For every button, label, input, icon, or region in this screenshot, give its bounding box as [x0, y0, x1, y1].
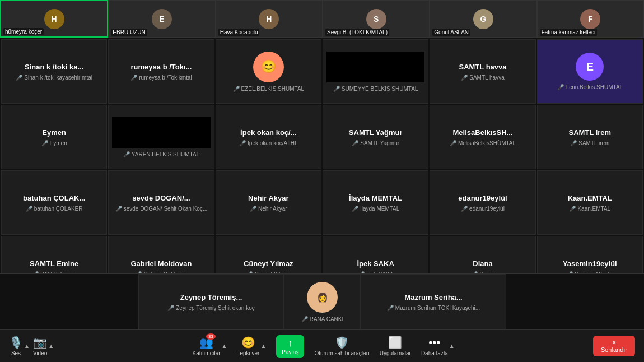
- apps-icon: ⬜: [388, 336, 402, 349]
- tile-melisa[interactable]: MelisaBelkısSH... 🎤MelisaBelkısSHÜMTAL: [430, 105, 535, 169]
- video-label-gonul: Gönül ASLAN: [432, 29, 470, 36]
- mic-off-icon: 🎤: [250, 206, 256, 212]
- participants-label: Katılımcılar: [193, 350, 221, 356]
- video-label-humeyra: hümeyra koçer: [3, 28, 44, 35]
- tile-ipek-okan[interactable]: İpek okan koç/... 🎤İpek okan koç/AIİHL: [216, 105, 321, 169]
- tile-sinan[interactable]: Sinan k /toki ka... 🎤Sinan k /toki kayas…: [1, 39, 107, 104]
- mic-off-icon: 🎤: [570, 140, 577, 146]
- apps-button[interactable]: ⬜ Uygulamalar: [380, 336, 411, 356]
- mic-button[interactable]: 🎙️ Ses: [9, 336, 23, 356]
- video-tile-ebru[interactable]: E EBRU UZUN: [108, 0, 215, 38]
- toolbar-right: ✕ Sonlandır: [593, 336, 635, 356]
- mic-off-icon: 🎤: [352, 206, 358, 212]
- participants-caret[interactable]: ▲: [222, 343, 227, 349]
- mic-off-icon: 🎤: [123, 151, 130, 157]
- tile-rana[interactable]: 👩 🎤RANA CANKI: [284, 274, 361, 329]
- tile-batuhan[interactable]: batuhan ÇOLAK... 🎤batuhan ÇOLAKER: [1, 170, 107, 235]
- video-tile-humeyra[interactable]: H hümeyra koçer: [0, 0, 108, 38]
- video-tile-sevgi[interactable]: S Sevgi B. (TOKI K/MTAL): [323, 0, 430, 38]
- mic-off-icon: 🎤: [461, 75, 468, 81]
- mic-off-icon: 🎤: [461, 206, 468, 212]
- tile-zeynep[interactable]: Zeynep Töremiş... 🎤Zeynep Töremiş Şehit …: [138, 274, 284, 329]
- apps-label: Uygulamalar: [380, 350, 411, 356]
- participants-count-badge: 33: [206, 333, 216, 340]
- end-label: Sonlandır: [601, 346, 627, 353]
- mic-off-icon: 🎤: [569, 206, 576, 212]
- end-icon: ✕: [612, 339, 617, 346]
- tile-nehir[interactable]: Nehir Akyar 🎤Nehir Akyar: [216, 170, 321, 235]
- tile-samtl-havva[interactable]: SAMTL havva 🎤SAMTL havva: [430, 39, 535, 104]
- top-video-strip: H hümeyra koçer E EBRU UZUN H Hava Kocao…: [0, 0, 644, 38]
- video-label: Video: [33, 350, 47, 356]
- video-label-sevgi: Sevgi B. (TOKI K/MTAL): [325, 29, 389, 36]
- video-tile-gonul[interactable]: G Gönül ASLAN: [430, 0, 536, 38]
- reactions-group[interactable]: 😊 Tepki ver ▲: [237, 336, 266, 356]
- toolbar-left: 🎙️ Ses ▲ 📷 Video ▲: [9, 336, 54, 356]
- share-button[interactable]: ↑ Paylaş: [276, 335, 304, 358]
- tile-sumeyye[interactable]: 🎤SÜMEYYE BELKİS SHUMTAL: [323, 39, 428, 104]
- end-button[interactable]: ✕ Sonlandır: [593, 336, 635, 356]
- toolbar: 🎙️ Ses ▲ 📷 Video ▲ 👥 33 Katılımcılar ▲: [0, 329, 644, 362]
- tile-kaan[interactable]: Kaan.EMTAL 🎤Kaan.EMTAL: [537, 170, 643, 235]
- shield-icon: 🛡️: [335, 336, 349, 349]
- video-label-hava: Hava Kocaoğlu: [218, 29, 260, 36]
- participants-group[interactable]: 👥 33 Katılımcılar ▲: [193, 336, 227, 356]
- mic-group[interactable]: 🎙️ Ses ▲: [9, 336, 30, 356]
- more-group[interactable]: ••• Daha fazla ▲: [421, 336, 455, 356]
- video-button[interactable]: 📷 Video: [33, 336, 47, 356]
- tile-eymen[interactable]: Eymen 🎤Eymen: [1, 105, 107, 169]
- tile-mazrum[interactable]: Mazrum Seriha... 🎤Mazrum Serihan TOKİ Ka…: [361, 274, 506, 329]
- tile-ezel[interactable]: 😊 🎤EZEL.BELKIS.SHUMTAL: [216, 39, 321, 104]
- tile-yaren[interactable]: 🎤YAREN.BELKIS.SHUMTAL: [108, 105, 214, 169]
- mic-off-icon: 🎤: [352, 140, 358, 146]
- tile-sevde[interactable]: sevde DOGAN/... 🎤sevde DOGAN/ Sehit Okan…: [108, 170, 214, 235]
- mic-label: Ses: [11, 350, 21, 356]
- host-tools-label: Oturum sahibi araçları: [314, 350, 369, 356]
- tile-samtl-irem[interactable]: SAMTL irem 🎤SAMTL irem: [537, 105, 643, 169]
- mic-off-icon: 🎤: [333, 86, 340, 92]
- mic-off-icon: 🎤: [41, 140, 48, 146]
- video-caret[interactable]: ▲: [48, 343, 54, 349]
- video-tile-fatma[interactable]: F Fatma kanmaz kelleci: [537, 0, 644, 38]
- share-label: Paylaş: [282, 349, 298, 355]
- mic-icon: 🎙️: [9, 336, 23, 349]
- more-caret[interactable]: ▲: [449, 343, 455, 349]
- participants-button[interactable]: 👥 33 Katılımcılar: [193, 336, 221, 356]
- mic-off-icon: 🎤: [167, 305, 174, 311]
- tile-rumeysa[interactable]: rumeysa b /Tokı... 🎤rumeysa b /Tokıkmtal: [108, 39, 214, 104]
- video-label-fatma: Fatma kanmaz kelleci: [540, 29, 598, 36]
- tile-ilayda[interactable]: İlayda MEMTAL 🎤İlayda MEMTAL: [323, 170, 428, 235]
- toolbar-center: 👥 33 Katılımcılar ▲ 😊 Tepki ver ▲ ↑ Payl…: [54, 335, 593, 358]
- tile-edanur[interactable]: edanur19eylül 🎤edanur19eylül: [430, 170, 535, 235]
- tile-ecrin[interactable]: E 🎤Ecrin.Belkıs.SHUMTAL: [537, 39, 643, 104]
- avatar-ecrin: E: [576, 53, 604, 81]
- video-label-ebru: EBRU UZUN: [111, 29, 147, 36]
- reactions-button[interactable]: 😊 Tepki ver: [237, 336, 259, 356]
- reactions-label: Tepki ver: [237, 350, 259, 356]
- host-tools-button[interactable]: 🛡️ Oturum sahibi araçları: [314, 336, 369, 356]
- mic-off-icon: 🎤: [301, 316, 308, 322]
- more-icon: •••: [428, 336, 440, 349]
- participants-badge-wrap: 👥 33: [199, 336, 213, 350]
- reaction-icon: 😊: [241, 336, 255, 349]
- share-icon: ↑: [288, 337, 293, 349]
- more-label: Daha fazla: [421, 350, 448, 356]
- mic-off-icon: 🎤: [387, 305, 394, 311]
- mic-off-icon: 🎤: [233, 86, 240, 92]
- mic-off-icon: 🎤: [115, 206, 122, 212]
- reactions-caret[interactable]: ▲: [260, 343, 266, 349]
- mic-off-icon: 🎤: [16, 75, 22, 81]
- tile-samtl-yagmur[interactable]: SAMTL Yağmur 🎤SAMTL Yağmur: [323, 105, 428, 169]
- mic-off-icon: 🎤: [557, 84, 564, 90]
- mic-off-icon: 🎤: [239, 140, 246, 146]
- video-tile-hava[interactable]: H Hava Kocaoğlu: [216, 0, 323, 38]
- mic-caret[interactable]: ▲: [24, 343, 30, 349]
- camera-icon: 📷: [33, 336, 47, 349]
- mic-off-icon: 🎤: [450, 140, 456, 146]
- more-button[interactable]: ••• Daha fazla: [421, 336, 448, 356]
- video-group[interactable]: 📷 Video ▲: [33, 336, 54, 356]
- mic-off-icon: 🎤: [26, 206, 32, 212]
- mic-off-icon: 🎤: [130, 75, 137, 81]
